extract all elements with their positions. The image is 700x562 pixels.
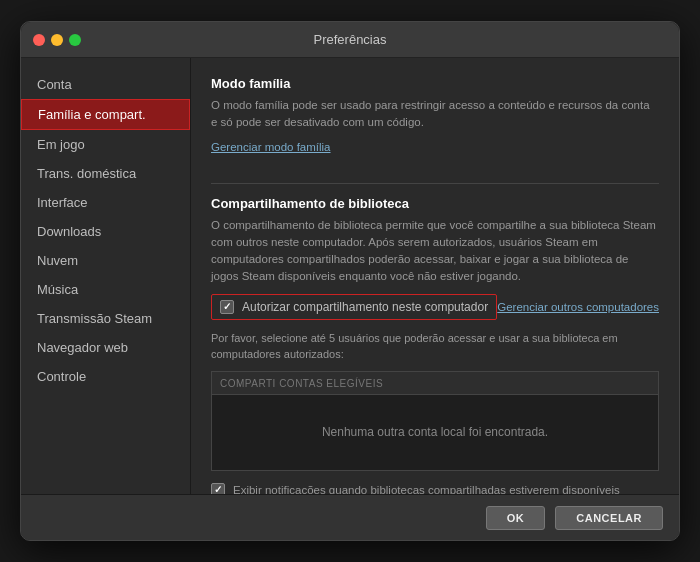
sidebar-item-downloads[interactable]: Downloads (21, 217, 190, 246)
table-header: COMPARTI CONTAS ELEGÍVEIS (212, 372, 658, 395)
library-section-desc: O compartilhamento de biblioteca permite… (211, 217, 659, 286)
content-area: Modo família O modo família pode ser usa… (191, 58, 679, 494)
sidebar-item-controle[interactable]: Controle (21, 362, 190, 391)
authorize-checkbox[interactable] (220, 300, 234, 314)
sidebar-item-navegador[interactable]: Navegador web (21, 333, 190, 362)
notify-row: Exibir notificações quando bibliotecas c… (211, 483, 659, 495)
library-section: Compartilhamento de biblioteca O compart… (211, 196, 659, 495)
table-empty-message: Nenhuma outra conta local foi encontrada… (322, 425, 548, 439)
accounts-table: COMPARTI CONTAS ELEGÍVEIS Nenhuma outra … (211, 371, 659, 471)
notify-checkbox[interactable] (211, 483, 225, 495)
sidebar-item-nuvem[interactable]: Nuvem (21, 246, 190, 275)
authorize-highlight: Autorizar compartilhamento neste computa… (211, 294, 497, 320)
table-header-cell: COMPARTI CONTAS ELEGÍVEIS (220, 378, 383, 389)
sidebar-item-musica[interactable]: Música (21, 275, 190, 304)
table-body: Nenhuma outra conta local foi encontrada… (212, 395, 658, 470)
window-title: Preferências (314, 32, 387, 47)
eligible-desc: Por favor, selecione até 5 usuários que … (211, 330, 659, 363)
footer: OK CANCELAR (21, 494, 679, 540)
family-section-desc: O modo família pode ser usado para restr… (211, 97, 659, 132)
manage-computers-link[interactable]: Gerenciar outros computadores (497, 301, 659, 313)
sidebar-item-em-jogo[interactable]: Em jogo (21, 130, 190, 159)
cancel-button[interactable]: CANCELAR (555, 506, 663, 530)
sidebar-item-conta[interactable]: Conta (21, 70, 190, 99)
titlebar: Preferências (21, 22, 679, 58)
maximize-button[interactable] (69, 34, 81, 46)
library-section-title: Compartilhamento de biblioteca (211, 196, 659, 211)
sidebar-item-transmissao[interactable]: Transmissão Steam (21, 304, 190, 333)
main-content: Conta Família e compart. Em jogo Trans. … (21, 58, 679, 494)
sidebar: Conta Família e compart. Em jogo Trans. … (21, 58, 191, 494)
section-divider (211, 183, 659, 184)
sidebar-item-familia[interactable]: Família e compart. (21, 99, 190, 130)
family-section-title: Modo família (211, 76, 659, 91)
close-button[interactable] (33, 34, 45, 46)
authorize-row: Autorizar compartilhamento neste computa… (211, 294, 659, 320)
traffic-lights (33, 34, 81, 46)
preferences-window: Preferências Conta Família e compart. Em… (20, 21, 680, 541)
sidebar-item-interface[interactable]: Interface (21, 188, 190, 217)
minimize-button[interactable] (51, 34, 63, 46)
authorize-label: Autorizar compartilhamento neste computa… (242, 300, 488, 314)
ok-button[interactable]: OK (486, 506, 546, 530)
manage-family-link[interactable]: Gerenciar modo família (211, 141, 331, 153)
notify-label: Exibir notificações quando bibliotecas c… (233, 484, 620, 495)
sidebar-item-trans-domestica[interactable]: Trans. doméstica (21, 159, 190, 188)
family-section: Modo família O modo família pode ser usa… (211, 76, 659, 171)
